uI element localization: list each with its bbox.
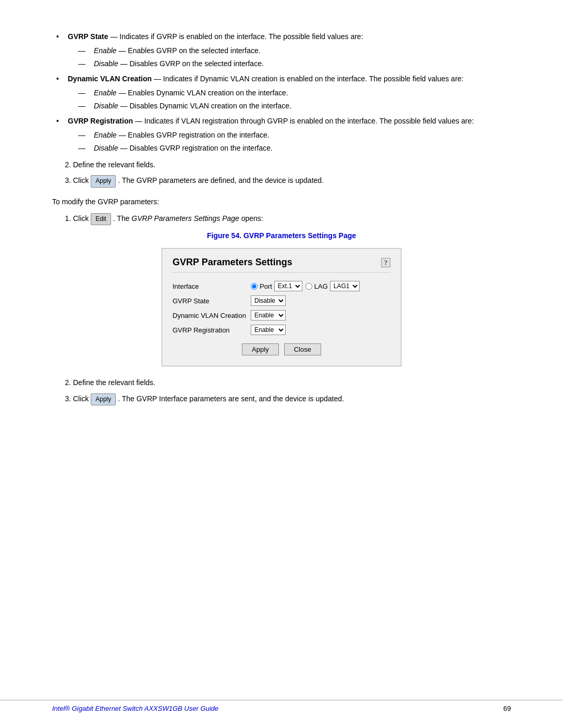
modify-intro: To modify the GVRP parameters:: [52, 196, 511, 207]
gvrp-state-desc: — Indicates if GVRP is enabled on the in…: [108, 32, 363, 41]
dynamic-vlan-field-label: Dynamic VLAN Creation: [173, 312, 251, 319]
gvrp-state-label: GVRP State: [68, 32, 108, 41]
gvrp-state-subitems: Enable — Enables GVRP on the selected in…: [78, 45, 511, 69]
apply-button-inline-2[interactable]: Apply: [91, 393, 116, 405]
gvrp-reg-subitems: Enable — Enables GVRP registration on th…: [78, 130, 511, 154]
bullet-dynamic-vlan: Dynamic VLAN Creation — Indicates if Dyn…: [52, 73, 511, 112]
dynamic-vlan-enable: Enable — Enables Dynamic VLAN creation o…: [78, 88, 511, 98]
port-radio[interactable]: [251, 283, 258, 290]
footer-page-number: 69: [504, 705, 511, 712]
port-radio-group: Port Ext.1: [251, 281, 302, 291]
steps-after: Define the relevant fields. Click Apply …: [73, 377, 511, 405]
gvrp-reg-control: Enable Disable: [251, 325, 286, 335]
step-define-fields-2: Define the relevant fields.: [73, 377, 511, 388]
dialog-apply-button[interactable]: Apply: [242, 343, 279, 355]
dialog-close-button[interactable]: Close: [284, 343, 321, 355]
gvrp-reg-label: GVRP Registration: [68, 117, 133, 125]
dynamic-vlan-desc: — Indicates if Dynamic VLAN creation is …: [152, 75, 463, 83]
lag-label: LAG: [314, 282, 328, 290]
dynamic-vlan-select[interactable]: Enable Disable: [251, 310, 286, 320]
gvrp-dialog: GVRP Parameters Settings ? Interface Por…: [162, 248, 401, 366]
gvrp-reg-desc: — Indicates if VLAN registration through…: [133, 117, 474, 125]
port-label: Port: [260, 282, 272, 290]
apply-button-inline-1[interactable]: Apply: [91, 175, 116, 187]
dynamic-vlan-disable: Disable — Disables Dynamic VLAN creation…: [78, 101, 511, 112]
steps-first: Define the relevant fields. Click Apply …: [73, 159, 511, 188]
lag-radio-group: LAG LAG1: [305, 281, 360, 291]
dialog-title: GVRP Parameters Settings: [173, 257, 292, 268]
page-footer: Intel® Gigabit Ethernet Switch AXXSW1GB …: [0, 700, 563, 712]
dynamic-vlan-subitems: Enable — Enables Dynamic VLAN creation o…: [78, 88, 511, 112]
bullet-list: GVRP State — Indicates if GVRP is enable…: [52, 31, 511, 154]
dialog-buttons: Apply Close: [173, 343, 390, 355]
help-icon[interactable]: ?: [381, 258, 390, 267]
dynamic-vlan-control: Enable Disable: [251, 310, 286, 320]
port-select[interactable]: Ext.1: [274, 281, 302, 291]
edit-button-inline[interactable]: Edit: [91, 213, 111, 225]
figure-caption: Figure 54. GVRP Parameters Settings Page: [52, 231, 511, 240]
interface-row: Interface Port Ext.1 LAG: [173, 281, 390, 291]
lag-select[interactable]: LAG1: [330, 281, 360, 291]
gvrp-state-disable: Disable — Disables GVRP on the selected …: [78, 58, 511, 69]
gvrp-state-control: Disable Enable: [251, 295, 286, 306]
interface-control: Port Ext.1 LAG LAG1: [251, 281, 360, 291]
gvrp-reg-field-label: GVRP Registration: [173, 326, 251, 334]
step-click-edit: Click Edit . The GVRP Parameters Setting…: [73, 213, 511, 225]
steps-modify: Click Edit . The GVRP Parameters Setting…: [73, 213, 511, 225]
gvrp-reg-disable: Disable — Disables GVRP registration on …: [78, 143, 511, 154]
footer-title: Intel® Gigabit Ethernet Switch AXXSW1GB …: [52, 705, 218, 712]
gvrp-state-enable: Enable — Enables GVRP on the selected in…: [78, 45, 511, 56]
dialog-title-bar: GVRP Parameters Settings ?: [173, 257, 390, 273]
page-content: GVRP State — Indicates if GVRP is enable…: [0, 0, 563, 452]
gvrp-state-select[interactable]: Disable Enable: [251, 295, 286, 306]
dialog-container: GVRP Parameters Settings ? Interface Por…: [52, 248, 511, 366]
step-click-apply-1: Click Apply . The GVRP parameters are de…: [73, 175, 511, 187]
bullet-gvrp-state: GVRP State — Indicates if GVRP is enable…: [52, 31, 511, 69]
dynamic-vlan-row: Dynamic VLAN Creation Enable Disable: [173, 310, 390, 320]
gvrp-reg-row: GVRP Registration Enable Disable: [173, 325, 390, 335]
dialog-fields: Interface Port Ext.1 LAG: [173, 281, 390, 335]
gvrp-reg-enable: Enable — Enables GVRP registration on th…: [78, 130, 511, 141]
gvrp-state-field-label: GVRP State: [173, 297, 251, 305]
bullet-gvrp-registration: GVRP Registration — Indicates if VLAN re…: [52, 116, 511, 154]
gvrp-state-row: GVRP State Disable Enable: [173, 295, 390, 306]
interface-label: Interface: [173, 282, 251, 290]
lag-radio[interactable]: [305, 283, 312, 290]
step-define-fields-1: Define the relevant fields.: [73, 159, 511, 170]
step-click-apply-2: Click Apply . The GVRP Interface paramet…: [73, 393, 511, 405]
dynamic-vlan-label: Dynamic VLAN Creation: [68, 75, 152, 83]
gvrp-reg-select[interactable]: Enable Disable: [251, 325, 286, 335]
